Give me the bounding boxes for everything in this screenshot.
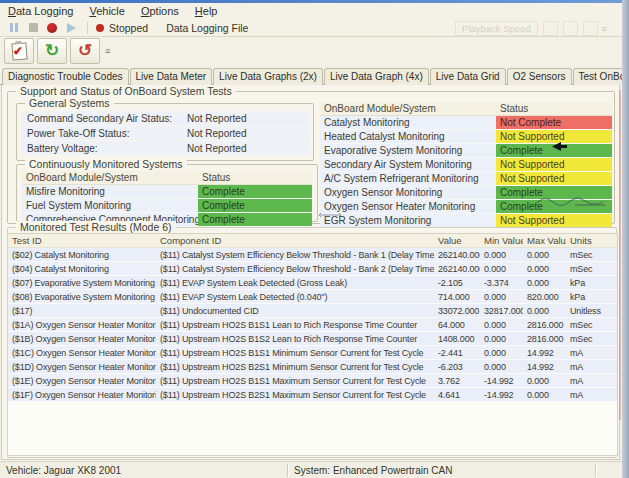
onboard-test-results-page: Support and Status of OnBoard System Tes…	[1, 85, 620, 460]
menu-item[interactable]: Help	[193, 4, 226, 18]
recording-status-label: Stopped	[109, 22, 148, 34]
playback-speed-control[interactable]: Playback Speed ≡	[455, 21, 607, 36]
mouse-cursor-icon	[552, 142, 568, 151]
min-value-cell: -14.992	[480, 376, 523, 386]
pause-button[interactable]	[6, 21, 22, 35]
units-cell: mA	[566, 390, 610, 400]
status-cell: Not Supported	[496, 158, 612, 171]
refresh-icon: ↻	[45, 43, 59, 59]
general-system-label: Power Take-Off Status:	[27, 128, 187, 139]
menu-item[interactable]: Vehicle	[87, 4, 132, 18]
test-id-cell: ($17)	[8, 306, 156, 316]
run-test-button[interactable]: ✔	[4, 38, 34, 64]
play-button[interactable]	[63, 21, 79, 35]
column-header-min-value[interactable]: Min Value	[480, 235, 523, 246]
min-value-cell: 0.000	[480, 264, 523, 274]
column-header-system[interactable]: OnBoard Module/System	[320, 103, 496, 114]
tab[interactable]: Diagnostic Trouble Codes	[2, 68, 129, 85]
mode6-table-row[interactable]: ($17) ($11) Undocumented CID 33072.000 3…	[8, 304, 617, 318]
column-header-status[interactable]: Status	[198, 172, 312, 183]
column-header-max-value[interactable]: Max Value	[523, 235, 566, 246]
continuous-systems-group: Continuously Monitored Systems OnBoard M…	[16, 164, 318, 222]
playback-speed-box[interactable]	[543, 21, 558, 36]
min-value-cell: 0.000	[480, 250, 523, 260]
units-cell: mA	[566, 362, 610, 372]
reset-button[interactable]: ↺	[70, 38, 100, 64]
units-cell: kPa	[566, 292, 610, 302]
column-header-test-id[interactable]: Test ID	[8, 235, 156, 246]
record-button[interactable]	[44, 21, 60, 35]
menu-item[interactable]: Options	[139, 4, 187, 18]
pen-annotation	[535, 195, 611, 207]
mode6-table-row[interactable]: ($02) Catalyst Monitoring ($11) Catalyst…	[8, 248, 617, 262]
refresh-button[interactable]: ↻	[37, 38, 67, 64]
mode6-table-row[interactable]: ($07) Evaporative System Monitoring ($11…	[8, 276, 617, 290]
status-cell: Complete	[198, 199, 312, 212]
tab[interactable]: O2 Sensors	[507, 68, 572, 85]
system-cell: Catalyst Monitoring	[320, 116, 496, 129]
component-id-cell: ($11) Upstream HO2S B2S1 Minimum Sensor …	[156, 362, 434, 372]
table-header: OnBoard Module/System Status	[22, 171, 312, 185]
value-cell: 3.762	[434, 376, 480, 386]
column-header-status[interactable]: Status	[496, 103, 612, 114]
column-header-value[interactable]: Value	[434, 235, 480, 246]
component-id-cell: ($11) EVAP System Leak Detected (Gross L…	[156, 278, 434, 288]
playback-speed-box[interactable]	[583, 21, 598, 36]
tab[interactable]: Live Data Meter	[130, 68, 213, 85]
column-header-units[interactable]: Units	[566, 235, 610, 246]
pause-icon	[10, 23, 18, 32]
min-value-cell: -3.374	[480, 278, 523, 288]
max-value-cell: 0.000	[523, 306, 566, 316]
table-header: OnBoard Module/System Status	[320, 102, 612, 116]
units-cell: mA	[566, 348, 610, 358]
system-status-panel: System: Enhanced Powertrain CAN	[288, 464, 596, 477]
system-cell: Evaporative System Monitoring	[320, 144, 496, 157]
test-id-cell: ($04) Catalyst Monitoring	[8, 264, 156, 274]
component-id-cell: ($11) Upstream HO2S B2S1 Maximum Sensor …	[156, 390, 434, 400]
tab-bar: Diagnostic Trouble CodesLive Data MeterL…	[0, 64, 629, 85]
min-value-cell: -14.992	[480, 390, 523, 400]
max-value-cell: 0.000	[523, 250, 566, 260]
mode6-table-row[interactable]: ($1A) Oxygen Sensor Heater Monitoring ($…	[8, 318, 617, 332]
test-id-cell: ($1E) Oxygen Sensor Heater Monitoring	[8, 376, 156, 386]
toolbar-grip-icon: ≡	[105, 46, 110, 56]
column-header-system[interactable]: OnBoard Module/System	[22, 172, 198, 183]
mode6-table-row[interactable]: ($1F) Oxygen Sensor Heater Monitoring ($…	[8, 388, 617, 402]
tab[interactable]: Live Data Graphs (2x)	[213, 68, 323, 85]
mode6-table-row[interactable]: ($1B) Oxygen Sensor Heater Monitoring ($…	[8, 332, 617, 346]
max-value-cell: 820.000	[523, 292, 566, 302]
value-cell: -2.105	[434, 278, 480, 288]
playback-speed-box[interactable]	[563, 21, 578, 36]
mode6-table-row[interactable]: ($1C) Oxygen Sensor Heater Monitoring ($…	[8, 346, 617, 360]
tab[interactable]: Test OnBoard System	[573, 68, 629, 85]
mode6-table-row[interactable]: ($08) Evaporative System Monitoring ($11…	[8, 290, 617, 304]
menu-item[interactable]: Data Logging	[6, 4, 81, 18]
general-systems-group-title: General Systems	[25, 97, 114, 109]
status-cell: Complete	[198, 213, 312, 226]
mode6-table-row[interactable]: ($1D) Oxygen Sensor Heater Monitoring ($…	[8, 360, 617, 374]
tab[interactable]: Live Data Grid	[430, 68, 506, 85]
table-row[interactable]: EGR System Monitoring Not Supported	[320, 214, 612, 228]
table-row[interactable]: Catalyst Monitoring Not Complete	[320, 116, 612, 130]
undo-icon: ↺	[78, 43, 92, 59]
test-id-cell: ($1C) Oxygen Sensor Heater Monitoring	[8, 348, 156, 358]
general-system-label: Command Secondary Air Status:	[27, 113, 187, 124]
mode6-table-row[interactable]: ($04) Catalyst Monitoring ($11) Catalyst…	[8, 262, 617, 276]
value-cell: 1408.000	[434, 334, 480, 344]
table-row[interactable]: Secondary Air System Monitoring Not Supp…	[320, 158, 612, 172]
component-id-cell: ($11) EVAP System Leak Detected (0.040")	[156, 292, 434, 302]
table-row[interactable]: A/C System Refrigerant Monitoring Not Su…	[320, 172, 612, 186]
play-icon	[67, 23, 76, 33]
vehicle-label: Vehicle: Jaguar XK8 2001	[6, 465, 121, 476]
table-row[interactable]: Misfire Monitoring Complete	[22, 185, 312, 199]
table-row[interactable]: Evaporative System Monitoring Complete	[320, 144, 612, 158]
table-row[interactable]: Heated Catalyst Monitoring Not Supported	[320, 130, 612, 144]
value-cell: 64.000	[434, 320, 480, 330]
column-header-component-id[interactable]: Component ID	[156, 235, 434, 246]
mode6-table-row[interactable]: ($1E) Oxygen Sensor Heater Monitoring ($…	[8, 374, 617, 388]
component-id-cell: ($11) Upstream HO2S B1S1 Lean to Rich Re…	[156, 320, 434, 330]
table-row[interactable]: Fuel System Monitoring Complete	[22, 199, 312, 213]
stop-button[interactable]	[25, 21, 41, 35]
tab[interactable]: Live Data Graph (4x)	[324, 68, 429, 85]
min-value-cell: 0.000	[480, 334, 523, 344]
